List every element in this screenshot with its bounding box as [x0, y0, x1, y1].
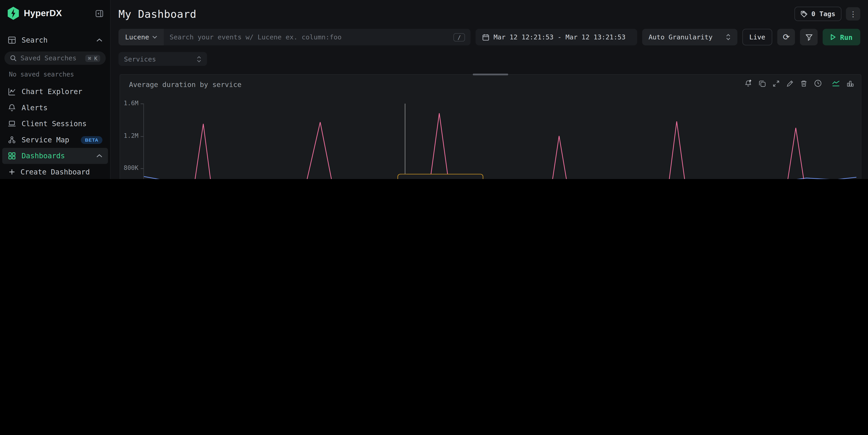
y-axis-line	[144, 104, 144, 179]
laptop-icon	[8, 120, 16, 128]
sidebar-item-label: Client Sessions	[22, 120, 102, 128]
sidebar-item-label: Search	[22, 36, 91, 44]
language-label: Lucene	[125, 33, 149, 41]
sidebar-item-chart-explorer[interactable]: Chart Explorer	[0, 84, 110, 100]
panel-menu-button[interactable]: ⋮	[846, 7, 860, 21]
app-window: HyperDX Search Saved Searches ⌘ K No sav…	[0, 0, 868, 179]
sidebar-item-client-sessions[interactable]: Client Sessions	[0, 116, 110, 132]
sidebar-item-search[interactable]: Search	[0, 32, 110, 48]
y-tick-label: 1.6M	[120, 100, 138, 107]
expand-icon[interactable]	[772, 80, 780, 87]
chevron-down-icon	[152, 35, 157, 39]
sidebar-item-label: Create Dashboard	[21, 168, 102, 176]
search-placeholder: Search your events w/ Lucene ex. column:…	[169, 33, 454, 41]
duplicate-icon[interactable]	[758, 80, 766, 87]
chevron-up-icon[interactable]	[96, 154, 102, 158]
sidebar-item-label: Dashboards	[22, 152, 91, 160]
run-button[interactable]: Run	[823, 29, 860, 45]
filter-icon	[805, 33, 813, 41]
sidebar-item-label: Chart Explorer	[22, 88, 102, 96]
page-title: My Dashboard	[118, 8, 794, 20]
y-tick-mark	[141, 104, 144, 104]
search-icon	[10, 55, 17, 61]
service-map-icon	[8, 136, 16, 144]
chart-title: Average duration by service	[129, 81, 241, 89]
dots-vertical-icon: ⋮	[849, 10, 857, 18]
beta-badge: BETA	[81, 136, 102, 144]
saved-searches-placeholder: Saved Searches	[21, 54, 81, 62]
run-label: Run	[840, 33, 852, 41]
y-tick-label: 1.2M	[120, 132, 138, 139]
y-tick-mark	[141, 136, 144, 136]
live-button[interactable]: Live	[742, 29, 772, 45]
tag-icon	[800, 10, 808, 18]
language-selector[interactable]: Lucene	[118, 29, 164, 45]
sidebar-item-alerts[interactable]: Alerts	[0, 100, 110, 116]
chevron-up-icon[interactable]	[96, 38, 102, 42]
calendar-icon	[482, 33, 489, 41]
brand-name: HyperDX	[24, 8, 91, 18]
no-saved-searches-text: No saved searches	[0, 68, 110, 84]
popup-notch	[401, 174, 407, 177]
select-chevrons-icon	[725, 34, 731, 40]
alert-add-icon[interactable]	[744, 79, 752, 88]
series-line-frontend	[144, 177, 857, 179]
page-header: My Dashboard 0 Tags ⋮	[111, 0, 868, 21]
bar-chart-icon[interactable]	[846, 80, 854, 87]
tags-label: 0 Tags	[811, 10, 835, 18]
bell-icon	[8, 104, 16, 112]
chart-toolbar	[744, 79, 854, 88]
sidebar-nav: Search Saved Searches ⌘ K No saved searc…	[0, 32, 110, 179]
event-search-bar: Lucene Search your events w/ Lucene ex. …	[118, 29, 470, 45]
sidebar-item-service-map[interactable]: Service Map BETA	[0, 132, 110, 148]
sidebar: HyperDX Search Saved Searches ⌘ K No sav…	[0, 0, 111, 179]
line-chart-icon[interactable]	[832, 79, 840, 88]
filter-button[interactable]	[800, 29, 818, 45]
sidebar-item-label: Service Map	[22, 136, 75, 144]
date-range-value: Mar 12 12:21:53 - Mar 12 13:21:53	[493, 33, 625, 41]
header-actions: 0 Tags ⋮	[794, 7, 860, 21]
plot-area[interactable]	[144, 104, 857, 179]
main-content: My Dashboard 0 Tags ⋮ Lucene Search your…	[111, 0, 868, 179]
plus-icon	[9, 169, 15, 175]
sidebar-item-create-dashboard[interactable]: Create Dashboard	[0, 164, 110, 179]
time-icon[interactable]	[814, 79, 822, 88]
query-toolbar: Lucene Search your events w/ Lucene ex. …	[118, 29, 860, 45]
sidebar-collapse-icon[interactable]	[95, 9, 103, 17]
sidebar-item-label: Alerts	[22, 104, 102, 112]
series-line-payment	[144, 113, 857, 179]
granularity-value: Auto Granularity	[649, 33, 721, 41]
select-chevrons-icon	[196, 56, 202, 62]
y-tick-label: 800K	[120, 164, 138, 172]
tags-button[interactable]: 0 Tags	[794, 7, 842, 21]
play-icon	[831, 34, 836, 40]
refresh-button[interactable]: ⟳	[777, 29, 795, 45]
chart-explorer-icon	[8, 88, 16, 96]
hyperdx-logo-icon	[7, 7, 19, 20]
panel-drag-handle[interactable]	[473, 73, 508, 75]
delete-icon[interactable]	[800, 80, 808, 87]
chart-context-popup: View All Events Filter by group: load-ge…	[398, 174, 484, 179]
chart-canvas[interactable]	[144, 104, 857, 179]
brand: HyperDX	[0, 0, 110, 20]
edit-icon[interactable]	[786, 80, 794, 87]
refresh-icon: ⟳	[783, 32, 790, 42]
services-placeholder: Services	[124, 55, 196, 63]
search-input[interactable]: Search your events w/ Lucene ex. column:…	[164, 29, 470, 45]
slash-kbd: /	[454, 33, 465, 41]
sidebar-item-dashboards[interactable]: Dashboards	[2, 148, 108, 164]
y-tick-mark	[141, 168, 144, 169]
kbd-shortcut: ⌘ K	[85, 55, 100, 62]
filters-row: Services	[118, 52, 860, 66]
saved-searches-input[interactable]: Saved Searches ⌘ K	[4, 52, 106, 65]
granularity-select[interactable]: Auto Granularity	[642, 29, 737, 45]
services-select[interactable]: Services	[118, 52, 207, 66]
chart-panel-avg-duration: Average duration by service 1.6M1.2M800K…	[120, 74, 861, 179]
date-range-picker[interactable]: Mar 12 12:21:53 - Mar 12 13:21:53	[475, 29, 637, 45]
dashboards-grid-icon	[8, 152, 16, 160]
search-page-icon	[8, 36, 16, 44]
